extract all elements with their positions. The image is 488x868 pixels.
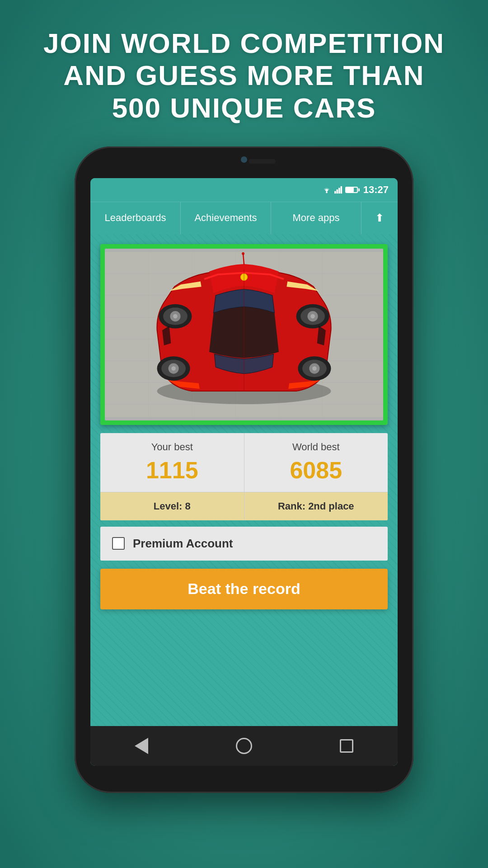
score-row: Your best 1115 World best 6085	[100, 433, 388, 492]
tab-bar: Leaderboards Achievements More apps ⬆	[90, 202, 398, 234]
status-icons	[322, 186, 358, 194]
info-row: Level: 8 Rank: 2nd place	[100, 492, 388, 520]
svg-point-26	[310, 314, 315, 319]
svg-rect-2	[336, 189, 338, 193]
upload-icon: ⬆	[375, 212, 384, 224]
promo-line1: JOIN WORLD COMPETITION	[43, 28, 445, 59]
home-icon	[236, 738, 252, 754]
promo-line3: 500 UNIQUE CARS	[112, 92, 376, 123]
world-best-cell: World best 6085	[244, 433, 388, 492]
tab-leaderboards[interactable]: Leaderboards	[90, 202, 181, 234]
svg-point-30	[171, 366, 176, 371]
premium-label: Premium Account	[133, 537, 233, 551]
tab-upload[interactable]: ⬆	[361, 202, 398, 234]
phone-shell: 13:27 Leaderboards Achievements More app…	[75, 146, 413, 793]
beat-button-label: Beat the record	[188, 580, 300, 598]
premium-row[interactable]: Premium Account	[100, 527, 388, 561]
phone-screen: 13:27 Leaderboards Achievements More app…	[90, 178, 398, 766]
level-info: Level: 8	[100, 492, 244, 520]
your-best-value: 1115	[146, 457, 198, 484]
nav-bar	[90, 726, 398, 766]
svg-point-38	[242, 252, 244, 255]
status-bar: 13:27	[90, 178, 398, 202]
car-image	[105, 249, 383, 420]
rank-info: Rank: 2nd place	[244, 492, 388, 520]
back-button[interactable]	[130, 735, 153, 757]
content-area: Your best 1115 World best 6085 Level: 8 …	[90, 234, 398, 726]
your-best-label: Your best	[151, 441, 193, 453]
recents-icon	[340, 739, 353, 753]
car-frame	[100, 244, 388, 425]
beat-record-button[interactable]: Beat the record	[100, 569, 388, 609]
battery-icon	[345, 187, 358, 193]
world-best-value: 6085	[290, 457, 342, 484]
svg-point-34	[312, 366, 317, 371]
promo-line2: AND GUESS MORE THAN	[63, 60, 424, 91]
tab-achievements[interactable]: Achievements	[181, 202, 271, 234]
svg-rect-1	[334, 191, 336, 193]
premium-checkbox[interactable]	[112, 537, 125, 550]
back-icon	[135, 738, 148, 754]
tab-more-apps[interactable]: More apps	[271, 202, 361, 234]
world-best-label: World best	[292, 441, 340, 453]
home-button[interactable]	[233, 735, 255, 757]
svg-rect-4	[340, 186, 342, 193]
score-section: Your best 1115 World best 6085 Level: 8 …	[100, 433, 388, 520]
promo-text: JOIN WORLD COMPETITION AND GUESS MORE TH…	[25, 27, 463, 124]
wifi-icon	[322, 186, 332, 194]
svg-rect-3	[338, 188, 340, 193]
your-best-cell: Your best 1115	[100, 433, 244, 492]
recents-button[interactable]	[335, 735, 358, 757]
status-time: 13:27	[363, 184, 389, 196]
car-svg	[105, 249, 383, 420]
svg-point-22	[173, 314, 178, 319]
signal-icon	[334, 186, 343, 194]
